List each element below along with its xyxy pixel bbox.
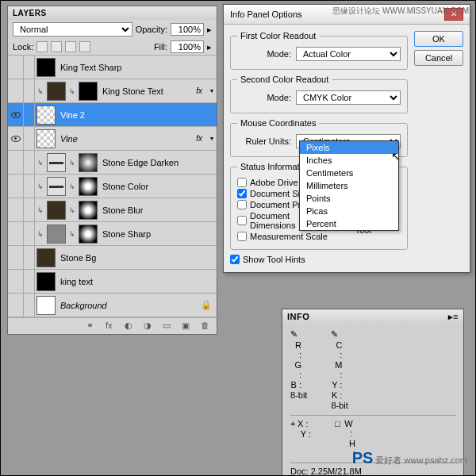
layer-name[interactable]: King Text Sharp bbox=[57, 63, 217, 72]
lock-transparency-icon[interactable] bbox=[36, 41, 48, 52]
dialog-title: Info Panel Options bbox=[230, 10, 302, 19]
layer-thumb[interactable] bbox=[47, 201, 66, 220]
adjustment-icon[interactable]: ◑ bbox=[144, 321, 155, 332]
doc-size: Doc: 2.25M/21.8M bbox=[290, 466, 455, 476]
visibility-toggle[interactable] bbox=[8, 198, 24, 222]
layer-name[interactable]: king text bbox=[57, 277, 217, 286]
measurement-check[interactable] bbox=[237, 232, 247, 241]
visibility-toggle[interactable] bbox=[8, 294, 24, 317]
layer-row[interactable]: ↳↳Stone Color bbox=[8, 175, 217, 198]
layer-name[interactable]: Stone Blur bbox=[99, 205, 217, 215]
layer-name[interactable]: Stone Edge Darken bbox=[99, 158, 217, 167]
layer-thumb[interactable] bbox=[36, 296, 56, 315]
layer-row[interactable]: ↳↳Stone Edge Darken bbox=[8, 151, 217, 175]
watermark-top: 思缘设计论坛 WWW.MISSYUAN.COM bbox=[332, 6, 469, 17]
layer-thumb[interactable] bbox=[47, 177, 66, 196]
eyedropper-icon: ✎ bbox=[290, 329, 298, 340]
dropdown-item[interactable]: Inches bbox=[300, 154, 398, 167]
layer-row[interactable]: king text bbox=[8, 270, 217, 294]
cursor-icon: ↖ bbox=[391, 150, 401, 163]
layer-thumb[interactable] bbox=[36, 129, 56, 148]
layer-name[interactable]: Stone Bg bbox=[57, 253, 217, 263]
layer-thumb[interactable] bbox=[79, 82, 98, 101]
layer-thumb[interactable] bbox=[36, 58, 56, 77]
layer-name[interactable]: Vine 2 bbox=[57, 110, 217, 120]
crosshair-icon: + bbox=[290, 419, 295, 428]
fill-arrow[interactable]: ▸ bbox=[207, 42, 212, 52]
visibility-toggle[interactable] bbox=[8, 222, 24, 246]
visibility-toggle[interactable] bbox=[8, 270, 24, 294]
layers-panel-title: LAYERS bbox=[8, 6, 217, 20]
visibility-toggle[interactable] bbox=[8, 151, 24, 175]
ruler-units-dropdown[interactable]: PixelsInchesCentimetersMillimetersPoints… bbox=[299, 140, 399, 231]
mask-icon[interactable]: ◐ bbox=[125, 321, 136, 332]
layer-name[interactable]: Stone Sharp bbox=[99, 229, 217, 239]
layers-footer: ⚭ fx ◐ ◑ ▭ ▣ 🗑 bbox=[8, 317, 217, 334]
lock-pixels-icon[interactable] bbox=[51, 41, 62, 52]
layer-row[interactable]: ↳↳Stone Blur bbox=[8, 198, 217, 222]
visibility-toggle[interactable] bbox=[8, 175, 24, 198]
doc-profile-check[interactable] bbox=[237, 200, 247, 209]
layer-name[interactable]: Background bbox=[57, 301, 196, 310]
trash-icon[interactable]: 🗑 bbox=[201, 321, 212, 332]
layer-row[interactable]: Background🔒 bbox=[8, 294, 217, 317]
dropdown-item[interactable]: Points bbox=[300, 192, 398, 205]
layer-row[interactable]: ↳↳Stone Sharp bbox=[8, 222, 217, 246]
visibility-toggle[interactable] bbox=[8, 79, 24, 103]
visibility-toggle[interactable] bbox=[8, 127, 24, 151]
layer-row[interactable]: Vine 2 bbox=[8, 103, 217, 127]
blend-mode-select[interactable]: Normal bbox=[13, 22, 132, 36]
doc-dim-check[interactable] bbox=[237, 216, 247, 225]
dropdown-item[interactable]: Millimeters bbox=[300, 179, 398, 192]
layer-name[interactable]: Vine bbox=[57, 134, 191, 144]
layers-list: King Text Sharp↳↳King Stone Textfx▾Vine … bbox=[8, 56, 217, 317]
visibility-toggle[interactable] bbox=[8, 246, 24, 270]
layer-thumb[interactable] bbox=[79, 177, 98, 196]
ok-button[interactable]: OK bbox=[414, 31, 463, 47]
layer-thumb[interactable] bbox=[36, 248, 56, 267]
layer-thumb[interactable] bbox=[47, 225, 66, 244]
layer-row[interactable]: ↳↳King Stone Textfx▾ bbox=[8, 79, 217, 103]
info-panel-title: INFO bbox=[287, 312, 309, 322]
new-layer-icon[interactable]: ▣ bbox=[182, 321, 193, 332]
visibility-toggle[interactable] bbox=[8, 56, 24, 79]
doc-sizes-check[interactable] bbox=[237, 189, 247, 198]
visibility-toggle[interactable] bbox=[8, 103, 24, 127]
layer-name[interactable]: Stone Color bbox=[99, 182, 217, 191]
second-color-readout-group: Second Color Readout Mode: CMYK Color bbox=[230, 75, 408, 113]
layer-thumb[interactable] bbox=[79, 225, 98, 244]
fx-icon[interactable]: fx bbox=[106, 321, 117, 332]
layer-thumb[interactable] bbox=[36, 272, 56, 291]
layer-thumb[interactable] bbox=[79, 153, 98, 172]
fill-input[interactable] bbox=[171, 40, 204, 53]
layer-row[interactable]: Stone Bg bbox=[8, 246, 217, 270]
layer-row[interactable]: King Text Sharp bbox=[8, 56, 217, 79]
first-color-readout-group: First Color Readout Mode: Actual Color bbox=[230, 31, 408, 70]
layer-thumb[interactable] bbox=[47, 153, 66, 172]
folder-icon[interactable]: ▭ bbox=[163, 321, 174, 332]
lock-position-icon[interactable] bbox=[65, 41, 76, 52]
layer-thumb[interactable] bbox=[36, 106, 56, 125]
second-mode-select[interactable]: CMYK Color bbox=[296, 90, 401, 105]
dropdown-item[interactable]: Centimeters bbox=[300, 167, 398, 179]
show-hints-check[interactable] bbox=[230, 255, 240, 264]
panel-menu-icon[interactable]: ▸≡ bbox=[448, 312, 459, 322]
info-panel-options-dialog: Info Panel Options ✕ First Color Readout… bbox=[223, 4, 470, 273]
first-mode-select[interactable]: Actual Color bbox=[296, 47, 401, 61]
adobe-drive-check[interactable] bbox=[237, 178, 247, 187]
dropdown-item[interactable]: Pixels bbox=[300, 141, 398, 154]
dropdown-item[interactable]: Picas bbox=[300, 205, 398, 217]
opacity-input[interactable] bbox=[171, 23, 204, 36]
dropdown-item[interactable]: Percent bbox=[300, 217, 398, 230]
layer-row[interactable]: Vinefx▾ bbox=[8, 127, 217, 151]
dimension-icon: □ bbox=[335, 419, 340, 438]
layer-thumb[interactable] bbox=[47, 82, 66, 101]
layer-name[interactable]: King Stone Text bbox=[99, 86, 191, 96]
link-layers-icon[interactable]: ⚭ bbox=[86, 321, 98, 332]
layer-thumb[interactable] bbox=[79, 201, 98, 220]
lock-all-icon[interactable] bbox=[79, 41, 90, 52]
cancel-button[interactable]: Cancel bbox=[414, 50, 463, 66]
watermark-bottom: PS 爱好者 www.psahz.com bbox=[352, 449, 467, 467]
opacity-arrow[interactable]: ▸ bbox=[207, 25, 212, 35]
lock-label: Lock: bbox=[13, 42, 33, 52]
